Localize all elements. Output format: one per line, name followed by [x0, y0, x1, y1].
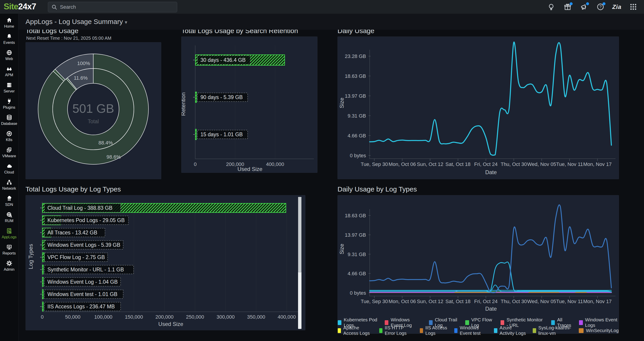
x-tick-label: Sat, Oct 18: [445, 161, 470, 167]
megaphone-button[interactable]: [579, 2, 589, 12]
x-tick-label: 50,000: [65, 314, 80, 320]
web-icon: [6, 50, 12, 56]
legend-item-azure-activity-logs[interactable]: Azure Activity Logs: [494, 325, 526, 336]
reports-icon: [6, 244, 12, 250]
sidebar-item-database[interactable]: Database: [0, 113, 18, 128]
donut-slice-label: 11.6%: [74, 75, 88, 81]
sidebar-item-home[interactable]: Home: [0, 15, 18, 30]
legend-item-iis-http-error-logs[interactable]: IIS HTTP Error Logs: [379, 325, 414, 336]
sidebar-item-rum[interactable]: RUM: [0, 210, 18, 225]
sidebar-item-label: Reports: [2, 251, 16, 255]
legend-item-syslog-kaarthi-linux-vm[interactable]: SysLog-kaarthi-linux-vm: [533, 325, 572, 336]
sidebar-item-applogs[interactable]: AppLogs: [0, 226, 18, 241]
site24x7-logo[interactable]: Site24x7: [4, 2, 36, 12]
sidebar-item-apm[interactable]: APM: [0, 64, 18, 79]
bar-label: Windows Event Logs - 5.39 GB: [48, 242, 120, 248]
legend-item-windows-event-test[interactable]: Windows Event test: [454, 325, 488, 336]
global-search[interactable]: [48, 2, 177, 12]
x-tick-label: Sun, Oct 12: [417, 161, 443, 167]
legend-swatch: [338, 320, 342, 325]
top-bar: Site24x7 ?Zia: [0, 0, 644, 14]
home-icon: [6, 17, 12, 23]
x-axis-title: Used Size: [158, 321, 183, 327]
search-input[interactable]: [60, 4, 170, 10]
dashboard-title-dropdown[interactable]: AppLogs - Log Usage Summary▾: [26, 18, 127, 26]
bar[interactable]: [42, 290, 43, 299]
legend-item-winsecuritylog[interactable]: WinSecurityLog: [579, 325, 619, 336]
sidebar-item-reports[interactable]: Reports: [0, 242, 18, 257]
notification-dot: [570, 2, 572, 5]
help-button[interactable]: ?: [596, 2, 605, 12]
legend-label: SysLog-kaarthi-linux-vm: [538, 325, 572, 336]
bar[interactable]: [196, 92, 196, 103]
sidebar-item-plugins[interactable]: Plugins: [0, 96, 18, 111]
bar[interactable]: [42, 302, 43, 311]
bar-label: 90 days - 5.39 GB: [200, 94, 243, 100]
x-tick-label: Mon, Nov 17: [583, 161, 612, 167]
chart-canvas[interactable]: 050,000100,000150,000200,000250,000300,0…: [26, 195, 305, 330]
legend-swatch: [500, 320, 504, 325]
x-tick-label: Tue, Sep 30: [361, 161, 388, 167]
sidebar-item-label: Cloud: [4, 170, 14, 174]
legend-swatch: [429, 320, 432, 325]
log-types-bar-chart[interactable]: 050,000100,000150,000200,000250,000300,0…: [26, 195, 305, 330]
x-tick-label: Thu, Oct 30: [500, 161, 527, 167]
chart-canvas[interactable]: 0 bytes4.66 GB9.31 GB13.97 GB18.63 GB23.…: [338, 37, 619, 179]
bar-label: IIS Access Logs - 236.47 MB: [48, 303, 115, 309]
network-icon: [6, 179, 12, 185]
sidebar-item-label: AppLogs: [2, 235, 16, 239]
legend-swatch: [494, 328, 497, 333]
donut-slice-label: 88.4%: [98, 140, 113, 146]
zia-button[interactable]: Zia: [612, 2, 622, 12]
chart-canvas[interactable]: 98.6%100%88.4%11.6%501 GBTotal: [26, 43, 161, 179]
x-axis-title: Date: [485, 169, 497, 175]
bar[interactable]: [42, 277, 43, 286]
apps-grid-icon: [630, 3, 637, 11]
sidebar-item-web[interactable]: Web: [0, 48, 18, 63]
chart-canvas[interactable]: 0200,000400,00030 days - 436.4 GB90 days…: [182, 37, 317, 173]
sidebar-item-events[interactable]: Events: [0, 32, 18, 47]
vertical-scrollbar-thumb[interactable]: [298, 197, 302, 272]
x-tick-label: Tue, Sep 30: [361, 298, 388, 304]
sidebar-nav: HomeEventsWebAPMServerPluginsDatabaseK8s…: [0, 14, 18, 341]
sidebar-item-sdn[interactable]: SDN: [0, 194, 18, 209]
line-series-daily-usage-gb-[interactable]: [370, 42, 612, 155]
sidebar-item-vmware[interactable]: VMware: [0, 145, 18, 160]
sdn-icon: [6, 195, 12, 202]
sidebar-item-admin[interactable]: Admin: [0, 258, 18, 273]
bar[interactable]: [196, 129, 196, 140]
daily-usage-by-log-types-line-chart[interactable]: 0 bytes4.66 GB9.31 GB13.97 GB18.63 GBTue…: [338, 195, 619, 334]
apm-icon: [6, 66, 12, 72]
y-tick-label: 18.63 GB: [345, 213, 366, 218]
retention-bar-chart[interactable]: 0200,000400,00030 days - 436.4 GB90 days…: [181, 37, 318, 173]
legend-item-iis-access-logs[interactable]: IIS Access Logs: [420, 325, 448, 336]
sidebar-item-label: Home: [4, 24, 14, 29]
sidebar-item-server[interactable]: Server: [0, 80, 18, 95]
gift-button[interactable]: [563, 2, 572, 12]
vmware-icon: [6, 147, 12, 153]
sidebar-item-label: Network: [2, 186, 16, 191]
daily-usage-line-chart[interactable]: 0 bytes4.66 GB9.31 GB13.97 GB18.63 GB23.…: [338, 37, 619, 179]
line-series-azure-activity-logs[interactable]: [370, 262, 612, 292]
sidebar-item-cloud[interactable]: Cloud: [0, 161, 18, 176]
bar[interactable]: [42, 265, 43, 274]
apps-grid-button[interactable]: [628, 2, 638, 12]
legend-swatch: [420, 328, 423, 333]
x-tick-label: 0: [194, 161, 196, 167]
sidebar-item-network[interactable]: Network: [0, 177, 18, 192]
total-logs-usage-donut-chart[interactable]: 98.6%100%88.4%11.6%501 GBTotal: [26, 42, 161, 179]
lightbulb-button[interactable]: [546, 2, 556, 12]
bar[interactable]: [42, 253, 44, 262]
donut-slice-label: 98.6%: [106, 154, 121, 160]
events-icon: [6, 33, 12, 40]
donut-slice-label: 100%: [77, 61, 90, 66]
bar-label: Windows Event test - 1.01 GB: [48, 291, 118, 297]
sidebar-item-k8s[interactable]: K8s: [0, 129, 18, 144]
bar-label: VPC Flow Log - 2.75 GB: [48, 254, 105, 260]
line-series-cloud-trail-log[interactable]: [370, 205, 612, 293]
x-tick-label: 100,000: [94, 314, 112, 320]
chart-canvas[interactable]: 0 bytes4.66 GB9.31 GB13.97 GB18.63 GBTue…: [338, 195, 619, 333]
x-tick-label: Mon, Oct 06: [388, 161, 416, 167]
legend-item-apache-access-logs[interactable]: Apache Access Logs: [338, 325, 373, 336]
x-tick-label: 350,000: [247, 314, 266, 320]
